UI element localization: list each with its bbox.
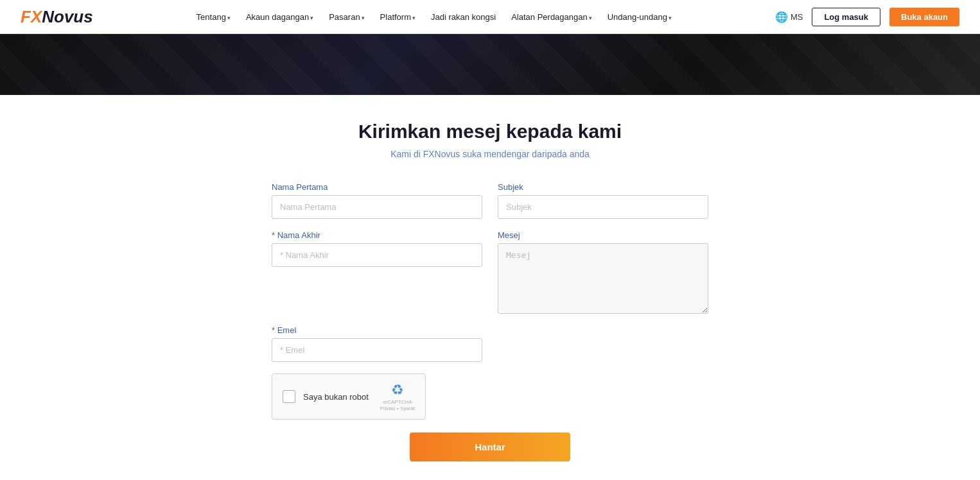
form-group-last-name: * Nama Akhir [272,230,482,314]
form-row-1: Nama Pertama Subjek [272,182,708,219]
recaptcha-logo: ♻ reCAPTCHA Privasi • Syarat [380,382,415,411]
message-textarea[interactable] [498,243,708,314]
navbar-right: 🌐 MS Log masuk Buka akaun [775,8,959,26]
last-name-label: * Nama Akhir [272,230,482,240]
chevron-down-icon: ▾ [362,15,365,21]
form-group-first-name: Nama Pertama [272,182,482,219]
logo-fx: FX [21,7,42,27]
first-name-input[interactable] [272,195,482,219]
nav-item-undang-undang[interactable]: Undang-undang▾ [608,12,672,22]
last-name-input[interactable] [272,243,482,267]
subject-label: Subjek [498,182,708,192]
subject-input[interactable] [498,195,708,219]
form-group-message: Mesej [498,230,708,314]
chevron-down-icon: ▾ [669,15,672,21]
nav-item-tentang[interactable]: Tentang▾ [197,12,231,22]
recaptcha-box[interactable]: Saya bukan robot ♻ reCAPTCHA Privasi • S… [272,373,426,420]
form-group-subject: Subjek [498,182,708,219]
form-group-email: * Emel [272,325,482,362]
form-group-spacer [498,325,708,362]
submit-button[interactable]: Hantar [410,433,570,461]
nav-item-alatan-perdagangan[interactable]: Alatan Perdagangan▾ [511,12,592,22]
recaptcha-label: Saya bukan robot [303,392,372,402]
nav-item-platform[interactable]: Platform▾ [380,12,416,22]
nav-item-jadi-rakan-kongsi[interactable]: Jadi rakan kongsi [431,12,496,22]
chevron-down-icon: ▾ [412,15,416,21]
login-button[interactable]: Log masuk [812,8,880,26]
page-subtitle: Kami di FXNovus suka mendengar daripada … [390,149,590,159]
recaptcha-brand-text: reCAPTCHA Privasi • Syarat [380,399,415,411]
recaptcha-checkbox[interactable] [283,390,295,403]
nav-links: Tentang▾ Akaun dagangan▾ Pasaran▾ Platfo… [197,12,672,22]
recaptcha-icon: ♻ [391,382,404,399]
email-input[interactable] [272,338,482,362]
email-label: * Emel [272,325,482,335]
page-title: Kirimkan mesej kepada kami [358,121,622,142]
register-button[interactable]: Buka akaun [889,8,959,26]
nav-item-akaun-dagangan[interactable]: Akaun dagangan▾ [246,12,313,22]
form-row-3: * Emel [272,325,708,362]
logo[interactable]: FXNovus [21,7,93,27]
chevron-down-icon: ▾ [589,15,592,21]
message-label: Mesej [498,230,708,240]
chevron-down-icon: ▾ [227,15,231,21]
navbar: FXNovus Tentang▾ Akaun dagangan▾ Pasaran… [0,0,980,34]
globe-icon: 🌐 [775,11,788,23]
logo-novus: Novus [42,7,92,27]
chevron-down-icon: ▾ [310,15,313,21]
first-name-label: Nama Pertama [272,182,482,192]
main-content: Kirimkan mesej kepada kami Kami di FXNov… [0,95,980,480]
contact-form: Nama Pertama Subjek * Nama Akhir Mesej *… [272,182,708,461]
form-row-2: * Nama Akhir Mesej [272,230,708,314]
language-selector[interactable]: 🌐 MS [775,11,803,23]
hero-banner [0,34,980,95]
nav-item-pasaran[interactable]: Pasaran▾ [329,12,364,22]
